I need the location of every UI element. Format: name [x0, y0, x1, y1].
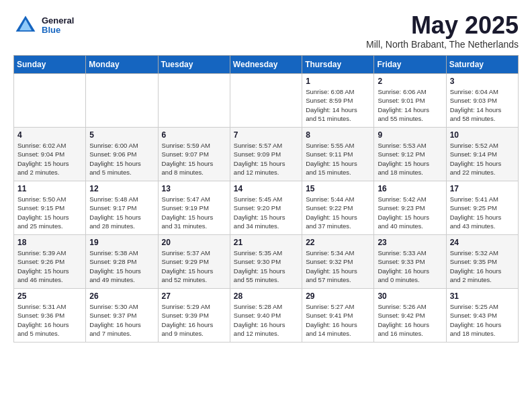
day-number: 11: [17, 184, 82, 193]
header-thursday: Thursday: [302, 56, 374, 74]
logo-text: General Blue: [42, 16, 74, 36]
table-row: 19Sunrise: 5:38 AMSunset: 9:28 PMDayligh…: [86, 235, 158, 289]
table-row: 12Sunrise: 5:48 AMSunset: 9:17 PMDayligh…: [86, 181, 158, 235]
week-row-5: 25Sunrise: 5:31 AMSunset: 9:36 PMDayligh…: [14, 289, 519, 342]
day-number: 29: [306, 291, 370, 301]
weekday-header-row: Sunday Monday Tuesday Wednesday Thursday…: [14, 56, 519, 74]
table-row: 9Sunrise: 5:53 AMSunset: 9:12 PMDaylight…: [374, 128, 446, 181]
table-row: [86, 74, 158, 128]
day-number: 12: [89, 184, 154, 193]
day-info: Sunrise: 6:00 AMSunset: 9:06 PMDaylight:…: [89, 141, 154, 177]
table-row: 6Sunrise: 5:59 AMSunset: 9:07 PMDaylight…: [158, 128, 230, 181]
week-row-3: 11Sunrise: 5:50 AMSunset: 9:15 PMDayligh…: [14, 181, 519, 235]
day-number: 18: [17, 238, 82, 247]
day-info: Sunrise: 5:44 AMSunset: 9:22 PMDaylight:…: [306, 195, 370, 230]
day-info: Sunrise: 5:37 AMSunset: 9:29 PMDaylight:…: [162, 248, 226, 284]
day-info: Sunrise: 5:50 AMSunset: 9:15 PMDaylight:…: [17, 195, 82, 230]
table-row: 13Sunrise: 5:47 AMSunset: 9:19 PMDayligh…: [158, 181, 230, 235]
day-number: 27: [162, 291, 226, 301]
day-info: Sunrise: 5:59 AMSunset: 9:07 PMDaylight:…: [162, 141, 226, 177]
day-info: Sunrise: 5:48 AMSunset: 9:17 PMDaylight:…: [89, 195, 154, 230]
day-number: 23: [378, 238, 442, 247]
day-info: Sunrise: 5:55 AMSunset: 9:11 PMDaylight:…: [306, 141, 370, 177]
table-row: 20Sunrise: 5:37 AMSunset: 9:29 PMDayligh…: [158, 235, 230, 289]
day-number: 6: [162, 130, 226, 140]
table-row: 28Sunrise: 5:28 AMSunset: 9:40 PMDayligh…: [230, 289, 302, 342]
calendar-container: General Blue May 2025 Mill, North Braban…: [0, 0, 532, 349]
header-tuesday: Tuesday: [158, 56, 230, 74]
day-number: 8: [306, 130, 370, 140]
day-info: Sunrise: 5:26 AMSunset: 9:42 PMDaylight:…: [378, 302, 442, 338]
day-number: 26: [89, 291, 154, 301]
day-number: 14: [234, 184, 298, 193]
day-number: 24: [450, 238, 515, 247]
day-info: Sunrise: 5:39 AMSunset: 9:26 PMDaylight:…: [17, 248, 82, 284]
week-row-2: 4Sunrise: 6:02 AMSunset: 9:04 PMDaylight…: [14, 128, 519, 181]
day-number: 17: [450, 184, 515, 193]
table-row: 5Sunrise: 6:00 AMSunset: 9:06 PMDaylight…: [86, 128, 158, 181]
day-number: 10: [450, 130, 515, 140]
day-info: Sunrise: 5:53 AMSunset: 9:12 PMDaylight:…: [378, 141, 442, 177]
calendar-table: Sunday Monday Tuesday Wednesday Thursday…: [13, 55, 519, 342]
day-number: 19: [89, 238, 154, 247]
day-info: Sunrise: 5:42 AMSunset: 9:23 PMDaylight:…: [378, 195, 442, 230]
day-info: Sunrise: 5:30 AMSunset: 9:37 PMDaylight:…: [89, 302, 154, 338]
day-number: 31: [450, 291, 515, 301]
day-number: 1: [306, 77, 370, 86]
day-info: Sunrise: 5:41 AMSunset: 9:25 PMDaylight:…: [450, 195, 515, 230]
day-info: Sunrise: 5:27 AMSunset: 9:41 PMDaylight:…: [306, 302, 370, 338]
day-number: 4: [17, 130, 82, 140]
header-sunday: Sunday: [14, 56, 86, 74]
day-info: Sunrise: 5:32 AMSunset: 9:35 PMDaylight:…: [450, 248, 515, 284]
day-info: Sunrise: 5:35 AMSunset: 9:30 PMDaylight:…: [234, 248, 298, 284]
day-number: 7: [234, 130, 298, 140]
table-row: 14Sunrise: 5:45 AMSunset: 9:20 PMDayligh…: [230, 181, 302, 235]
day-number: 16: [378, 184, 442, 193]
day-number: 20: [162, 238, 226, 247]
title-block: May 2025 Mill, North Brabant, The Nether…: [366, 13, 519, 50]
table-row: 10Sunrise: 5:52 AMSunset: 9:14 PMDayligh…: [446, 128, 518, 181]
day-number: 22: [306, 238, 370, 247]
day-info: Sunrise: 5:47 AMSunset: 9:19 PMDaylight:…: [162, 195, 226, 230]
table-row: 22Sunrise: 5:34 AMSunset: 9:32 PMDayligh…: [302, 235, 374, 289]
table-row: 4Sunrise: 6:02 AMSunset: 9:04 PMDaylight…: [14, 128, 86, 181]
table-row: 21Sunrise: 5:35 AMSunset: 9:30 PMDayligh…: [230, 235, 302, 289]
table-row: [14, 74, 86, 128]
table-row: 29Sunrise: 5:27 AMSunset: 9:41 PMDayligh…: [302, 289, 374, 342]
day-info: Sunrise: 6:04 AMSunset: 9:03 PMDaylight:…: [450, 87, 515, 123]
location: Mill, North Brabant, The Netherlands: [366, 39, 519, 50]
day-number: 3: [450, 77, 515, 86]
day-info: Sunrise: 6:02 AMSunset: 9:04 PMDaylight:…: [17, 141, 82, 177]
table-row: [158, 74, 230, 128]
day-info: Sunrise: 5:52 AMSunset: 9:14 PMDaylight:…: [450, 141, 515, 177]
day-number: 25: [17, 291, 82, 301]
day-info: Sunrise: 5:31 AMSunset: 9:36 PMDaylight:…: [17, 302, 82, 338]
day-number: 28: [234, 291, 298, 301]
day-info: Sunrise: 5:33 AMSunset: 9:33 PMDaylight:…: [378, 248, 442, 284]
table-row: 17Sunrise: 5:41 AMSunset: 9:25 PMDayligh…: [446, 181, 518, 235]
day-info: Sunrise: 6:06 AMSunset: 9:01 PMDaylight:…: [378, 87, 442, 123]
table-row: 27Sunrise: 5:29 AMSunset: 9:39 PMDayligh…: [158, 289, 230, 342]
day-info: Sunrise: 5:25 AMSunset: 9:43 PMDaylight:…: [450, 302, 515, 338]
table-row: 26Sunrise: 5:30 AMSunset: 9:37 PMDayligh…: [86, 289, 158, 342]
month-title: May 2025: [366, 13, 519, 38]
table-row: 8Sunrise: 5:55 AMSunset: 9:11 PMDaylight…: [302, 128, 374, 181]
logo-general-text: General: [42, 16, 74, 26]
day-info: Sunrise: 5:57 AMSunset: 9:09 PMDaylight:…: [234, 141, 298, 177]
day-number: 13: [162, 184, 226, 193]
day-number: 2: [378, 77, 442, 86]
logo-blue-text: Blue: [42, 26, 74, 35]
day-number: 15: [306, 184, 370, 193]
day-number: 9: [378, 130, 442, 140]
table-row: 11Sunrise: 5:50 AMSunset: 9:15 PMDayligh…: [14, 181, 86, 235]
header-wednesday: Wednesday: [230, 56, 302, 74]
header-friday: Friday: [374, 56, 446, 74]
header: General Blue May 2025 Mill, North Braban…: [13, 13, 519, 50]
week-row-1: 1Sunrise: 6:08 AMSunset: 8:59 PMDaylight…: [14, 74, 519, 128]
table-row: 18Sunrise: 5:39 AMSunset: 9:26 PMDayligh…: [14, 235, 86, 289]
day-info: Sunrise: 5:34 AMSunset: 9:32 PMDaylight:…: [306, 248, 370, 284]
table-row: 30Sunrise: 5:26 AMSunset: 9:42 PMDayligh…: [374, 289, 446, 342]
day-info: Sunrise: 6:08 AMSunset: 8:59 PMDaylight:…: [306, 87, 370, 123]
table-row: 3Sunrise: 6:04 AMSunset: 9:03 PMDaylight…: [446, 74, 518, 128]
day-info: Sunrise: 5:45 AMSunset: 9:20 PMDaylight:…: [234, 195, 298, 230]
